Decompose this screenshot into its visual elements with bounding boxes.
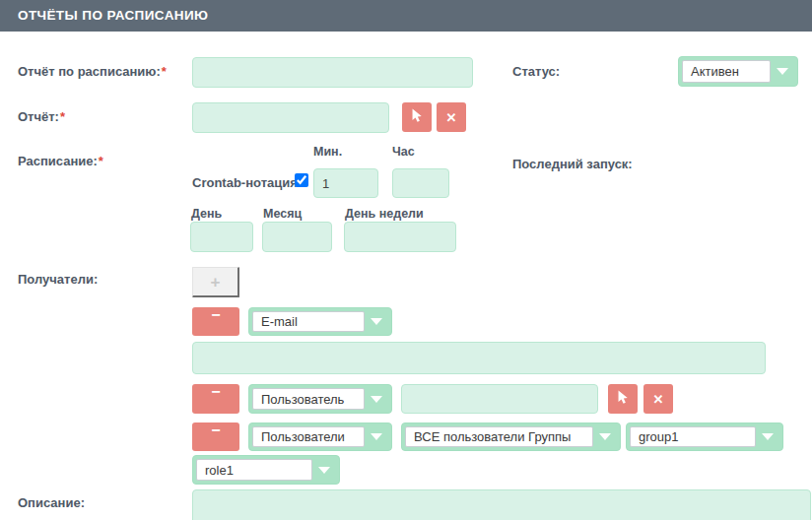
group-value: group1 <box>630 426 756 447</box>
chevron-down-icon <box>771 60 794 83</box>
plus-icon: + <box>211 273 221 292</box>
minute-input[interactable] <box>313 168 378 198</box>
status-selected-value: Активен <box>682 60 771 83</box>
weekday-column-label: День недели <box>345 207 424 221</box>
recipient-type-select-users[interactable]: Пользователи <box>248 422 392 451</box>
day-column-label: День <box>191 207 222 221</box>
minus-icon: − <box>211 424 220 436</box>
description-label: Описание: <box>18 495 85 510</box>
hour-column-label: Час <box>392 145 415 159</box>
chevron-down-icon <box>365 388 388 410</box>
users-scope-select[interactable]: ВСЕ пользователи Группы <box>401 422 621 451</box>
required-mark: * <box>60 109 65 124</box>
required-mark: * <box>162 64 167 79</box>
cursor-icon <box>409 107 426 127</box>
month-column-label: Месяц <box>263 207 302 221</box>
day-input[interactable] <box>190 222 253 252</box>
email-address-input[interactable] <box>192 342 766 374</box>
page-header: ОТЧЁТЫ ПО РАСПИСАНИЮ <box>0 0 812 32</box>
chevron-down-icon <box>312 459 336 481</box>
recipients-label: Получатели: <box>18 272 98 287</box>
recipient-type-value: E-mail <box>252 311 365 332</box>
users-scope-value: ВСЕ пользователи Группы <box>405 426 593 447</box>
user-clear-button[interactable]: ✕ <box>643 384 673 414</box>
remove-recipient-button[interactable]: − <box>192 307 239 336</box>
recipient-type-value: Пользователи <box>252 426 365 447</box>
minus-icon: − <box>211 309 220 321</box>
group-select[interactable]: group1 <box>626 422 783 451</box>
status-select[interactable]: Активен <box>678 56 798 87</box>
chevron-down-icon <box>593 426 617 447</box>
minus-icon: − <box>211 386 220 398</box>
cursor-icon <box>615 389 632 409</box>
add-recipient-button[interactable]: + <box>192 267 239 297</box>
status-label: Статус: <box>512 64 560 79</box>
page-title: ОТЧЁТЫ ПО РАСПИСАНИЮ <box>18 8 208 23</box>
remove-recipient-button[interactable]: − <box>192 384 239 414</box>
recipient-type-value: Пользователь <box>252 388 365 410</box>
report-label: Отчёт:* <box>18 109 65 124</box>
close-icon: ✕ <box>446 110 457 125</box>
role-select[interactable]: role1 <box>192 455 340 485</box>
hour-input[interactable] <box>392 168 449 198</box>
month-input[interactable] <box>262 222 332 252</box>
crontab-checkbox[interactable] <box>295 173 308 187</box>
schedule-report-label: Отчёт по расписанию:* <box>18 64 167 79</box>
chevron-down-icon <box>365 426 388 447</box>
minute-column-label: Мин. <box>313 145 342 159</box>
remove-recipient-button[interactable]: − <box>192 422 239 451</box>
required-mark: * <box>99 154 103 168</box>
chevron-down-icon <box>756 426 779 447</box>
close-icon: ✕ <box>653 392 664 407</box>
role-value: role1 <box>196 459 312 481</box>
chevron-down-icon <box>365 311 388 332</box>
crontab-label: Crontab-нотация <box>192 176 298 190</box>
recipient-type-select-email[interactable]: E-mail <box>248 307 392 336</box>
weekday-input[interactable] <box>344 222 456 252</box>
report-pick-button[interactable] <box>402 102 432 132</box>
user-input[interactable] <box>401 384 598 414</box>
report-clear-button[interactable]: ✕ <box>437 102 466 132</box>
recipient-type-select-user[interactable]: Пользователь <box>248 384 392 414</box>
last-run-label: Последний запуск: <box>512 157 633 171</box>
schedule-report-input[interactable] <box>192 57 473 88</box>
schedule-label: Расписание:* <box>18 154 103 168</box>
user-pick-button[interactable] <box>608 384 638 414</box>
description-textarea[interactable] <box>192 489 811 520</box>
report-input[interactable] <box>192 102 389 133</box>
